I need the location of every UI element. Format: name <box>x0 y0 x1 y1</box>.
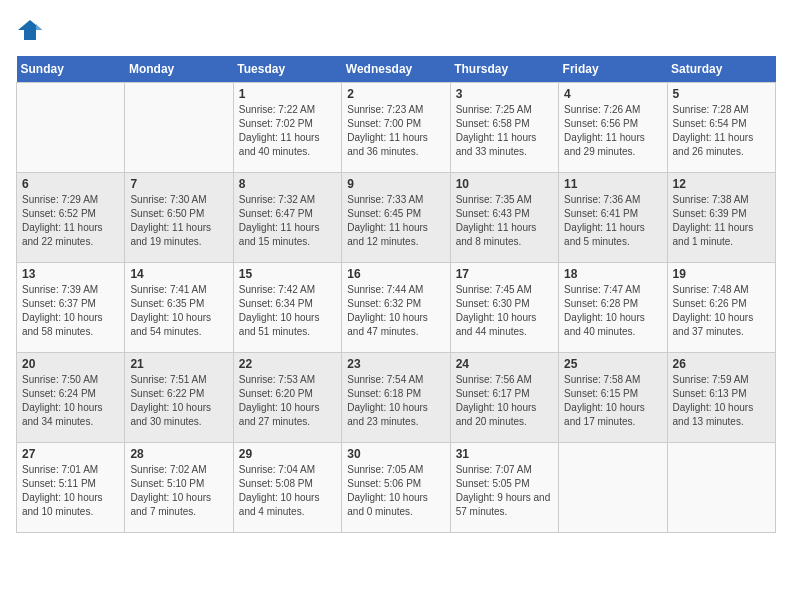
day-number: 3 <box>456 87 553 101</box>
day-info: Sunrise: 7:23 AM Sunset: 7:00 PM Dayligh… <box>347 103 444 159</box>
day-info: Sunrise: 7:29 AM Sunset: 6:52 PM Dayligh… <box>22 193 119 249</box>
day-number: 23 <box>347 357 444 371</box>
calendar-cell: 11Sunrise: 7:36 AM Sunset: 6:41 PM Dayli… <box>559 173 667 263</box>
calendar-cell: 16Sunrise: 7:44 AM Sunset: 6:32 PM Dayli… <box>342 263 450 353</box>
calendar-cell: 3Sunrise: 7:25 AM Sunset: 6:58 PM Daylig… <box>450 83 558 173</box>
day-info: Sunrise: 7:50 AM Sunset: 6:24 PM Dayligh… <box>22 373 119 429</box>
calendar-cell <box>125 83 233 173</box>
day-number: 14 <box>130 267 227 281</box>
calendar-cell: 28Sunrise: 7:02 AM Sunset: 5:10 PM Dayli… <box>125 443 233 533</box>
day-number: 21 <box>130 357 227 371</box>
calendar-cell: 27Sunrise: 7:01 AM Sunset: 5:11 PM Dayli… <box>17 443 125 533</box>
weekday-header: Thursday <box>450 56 558 83</box>
calendar-cell: 7Sunrise: 7:30 AM Sunset: 6:50 PM Daylig… <box>125 173 233 263</box>
day-info: Sunrise: 7:47 AM Sunset: 6:28 PM Dayligh… <box>564 283 661 339</box>
day-info: Sunrise: 7:05 AM Sunset: 5:06 PM Dayligh… <box>347 463 444 519</box>
day-number: 9 <box>347 177 444 191</box>
day-info: Sunrise: 7:41 AM Sunset: 6:35 PM Dayligh… <box>130 283 227 339</box>
calendar-cell: 1Sunrise: 7:22 AM Sunset: 7:02 PM Daylig… <box>233 83 341 173</box>
calendar-cell: 9Sunrise: 7:33 AM Sunset: 6:45 PM Daylig… <box>342 173 450 263</box>
day-number: 13 <box>22 267 119 281</box>
day-number: 12 <box>673 177 770 191</box>
calendar-cell: 25Sunrise: 7:58 AM Sunset: 6:15 PM Dayli… <box>559 353 667 443</box>
day-info: Sunrise: 7:35 AM Sunset: 6:43 PM Dayligh… <box>456 193 553 249</box>
day-number: 10 <box>456 177 553 191</box>
calendar-cell: 2Sunrise: 7:23 AM Sunset: 7:00 PM Daylig… <box>342 83 450 173</box>
day-number: 6 <box>22 177 119 191</box>
day-info: Sunrise: 7:42 AM Sunset: 6:34 PM Dayligh… <box>239 283 336 339</box>
day-info: Sunrise: 7:26 AM Sunset: 6:56 PM Dayligh… <box>564 103 661 159</box>
calendar-cell: 10Sunrise: 7:35 AM Sunset: 6:43 PM Dayli… <box>450 173 558 263</box>
day-number: 31 <box>456 447 553 461</box>
day-info: Sunrise: 7:44 AM Sunset: 6:32 PM Dayligh… <box>347 283 444 339</box>
calendar-cell: 21Sunrise: 7:51 AM Sunset: 6:22 PM Dayli… <box>125 353 233 443</box>
day-info: Sunrise: 7:01 AM Sunset: 5:11 PM Dayligh… <box>22 463 119 519</box>
calendar-cell: 29Sunrise: 7:04 AM Sunset: 5:08 PM Dayli… <box>233 443 341 533</box>
weekday-header: Wednesday <box>342 56 450 83</box>
calendar-cell <box>667 443 775 533</box>
weekday-header: Sunday <box>17 56 125 83</box>
calendar-cell <box>559 443 667 533</box>
day-number: 18 <box>564 267 661 281</box>
day-info: Sunrise: 7:33 AM Sunset: 6:45 PM Dayligh… <box>347 193 444 249</box>
calendar-cell: 8Sunrise: 7:32 AM Sunset: 6:47 PM Daylig… <box>233 173 341 263</box>
calendar-cell <box>17 83 125 173</box>
weekday-header: Friday <box>559 56 667 83</box>
svg-marker-2 <box>36 24 42 30</box>
day-info: Sunrise: 7:39 AM Sunset: 6:37 PM Dayligh… <box>22 283 119 339</box>
calendar-cell: 23Sunrise: 7:54 AM Sunset: 6:18 PM Dayli… <box>342 353 450 443</box>
calendar-table: SundayMondayTuesdayWednesdayThursdayFrid… <box>16 56 776 533</box>
calendar-cell: 14Sunrise: 7:41 AM Sunset: 6:35 PM Dayli… <box>125 263 233 353</box>
day-number: 29 <box>239 447 336 461</box>
calendar-cell: 30Sunrise: 7:05 AM Sunset: 5:06 PM Dayli… <box>342 443 450 533</box>
calendar-cell: 12Sunrise: 7:38 AM Sunset: 6:39 PM Dayli… <box>667 173 775 263</box>
calendar-week-row: 6Sunrise: 7:29 AM Sunset: 6:52 PM Daylig… <box>17 173 776 263</box>
calendar-cell: 17Sunrise: 7:45 AM Sunset: 6:30 PM Dayli… <box>450 263 558 353</box>
day-info: Sunrise: 7:25 AM Sunset: 6:58 PM Dayligh… <box>456 103 553 159</box>
calendar-cell: 24Sunrise: 7:56 AM Sunset: 6:17 PM Dayli… <box>450 353 558 443</box>
day-number: 26 <box>673 357 770 371</box>
day-number: 1 <box>239 87 336 101</box>
calendar-cell: 5Sunrise: 7:28 AM Sunset: 6:54 PM Daylig… <box>667 83 775 173</box>
logo-icon <box>16 16 44 44</box>
calendar-cell: 18Sunrise: 7:47 AM Sunset: 6:28 PM Dayli… <box>559 263 667 353</box>
weekday-header: Tuesday <box>233 56 341 83</box>
calendar-cell: 22Sunrise: 7:53 AM Sunset: 6:20 PM Dayli… <box>233 353 341 443</box>
day-number: 27 <box>22 447 119 461</box>
weekday-header: Saturday <box>667 56 775 83</box>
day-number: 28 <box>130 447 227 461</box>
day-number: 22 <box>239 357 336 371</box>
day-info: Sunrise: 7:32 AM Sunset: 6:47 PM Dayligh… <box>239 193 336 249</box>
day-info: Sunrise: 7:56 AM Sunset: 6:17 PM Dayligh… <box>456 373 553 429</box>
day-number: 16 <box>347 267 444 281</box>
calendar-cell: 31Sunrise: 7:07 AM Sunset: 5:05 PM Dayli… <box>450 443 558 533</box>
day-info: Sunrise: 7:54 AM Sunset: 6:18 PM Dayligh… <box>347 373 444 429</box>
calendar-cell: 13Sunrise: 7:39 AM Sunset: 6:37 PM Dayli… <box>17 263 125 353</box>
day-info: Sunrise: 7:04 AM Sunset: 5:08 PM Dayligh… <box>239 463 336 519</box>
calendar-cell: 15Sunrise: 7:42 AM Sunset: 6:34 PM Dayli… <box>233 263 341 353</box>
day-number: 30 <box>347 447 444 461</box>
day-number: 2 <box>347 87 444 101</box>
calendar-cell: 20Sunrise: 7:50 AM Sunset: 6:24 PM Dayli… <box>17 353 125 443</box>
day-info: Sunrise: 7:07 AM Sunset: 5:05 PM Dayligh… <box>456 463 553 519</box>
day-info: Sunrise: 7:30 AM Sunset: 6:50 PM Dayligh… <box>130 193 227 249</box>
day-info: Sunrise: 7:59 AM Sunset: 6:13 PM Dayligh… <box>673 373 770 429</box>
day-number: 4 <box>564 87 661 101</box>
calendar-week-row: 20Sunrise: 7:50 AM Sunset: 6:24 PM Dayli… <box>17 353 776 443</box>
calendar-cell: 4Sunrise: 7:26 AM Sunset: 6:56 PM Daylig… <box>559 83 667 173</box>
logo <box>16 16 48 44</box>
day-number: 20 <box>22 357 119 371</box>
day-info: Sunrise: 7:48 AM Sunset: 6:26 PM Dayligh… <box>673 283 770 339</box>
day-info: Sunrise: 7:45 AM Sunset: 6:30 PM Dayligh… <box>456 283 553 339</box>
day-info: Sunrise: 7:02 AM Sunset: 5:10 PM Dayligh… <box>130 463 227 519</box>
day-info: Sunrise: 7:28 AM Sunset: 6:54 PM Dayligh… <box>673 103 770 159</box>
weekday-header-row: SundayMondayTuesdayWednesdayThursdayFrid… <box>17 56 776 83</box>
day-number: 24 <box>456 357 553 371</box>
day-number: 7 <box>130 177 227 191</box>
calendar-cell: 19Sunrise: 7:48 AM Sunset: 6:26 PM Dayli… <box>667 263 775 353</box>
day-number: 15 <box>239 267 336 281</box>
day-info: Sunrise: 7:36 AM Sunset: 6:41 PM Dayligh… <box>564 193 661 249</box>
day-number: 17 <box>456 267 553 281</box>
page-header <box>16 16 776 44</box>
calendar-cell: 6Sunrise: 7:29 AM Sunset: 6:52 PM Daylig… <box>17 173 125 263</box>
